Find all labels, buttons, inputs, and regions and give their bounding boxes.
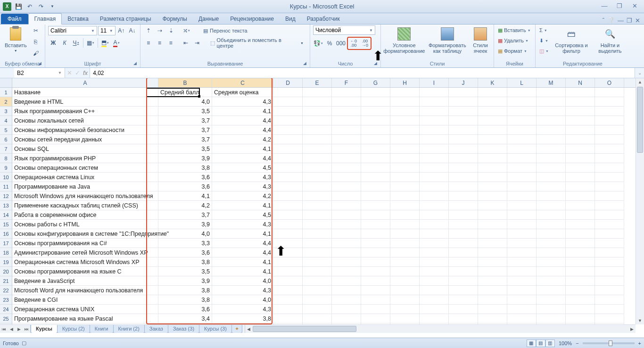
column-header-I[interactable]: I (420, 78, 449, 87)
cell[interactable] (273, 163, 303, 173)
minimize-ribbon-icon[interactable]: ˆ (603, 17, 604, 24)
cell[interactable] (537, 173, 566, 182)
zoom-out-icon[interactable]: − (576, 340, 578, 346)
cell[interactable] (595, 154, 624, 163)
cell[interactable] (303, 229, 332, 239)
cell[interactable]: 4,1 (158, 191, 212, 201)
cell[interactable] (420, 295, 449, 305)
cell[interactable] (507, 210, 537, 220)
cell[interactable] (390, 163, 420, 173)
cell[interactable] (566, 267, 595, 276)
cell[interactable]: Язык программирования PHP (12, 154, 158, 163)
table-row[interactable]: Основы информационной безопасности3,74,4 (12, 125, 636, 135)
cell[interactable] (390, 210, 420, 220)
row-header-9[interactable]: 9 (0, 163, 12, 173)
cell[interactable] (537, 135, 566, 144)
cell[interactable] (361, 163, 390, 173)
cell[interactable] (566, 116, 595, 125)
row-header-13[interactable]: 13 (0, 201, 12, 210)
new-sheet-icon[interactable]: ✦ (231, 325, 242, 333)
cell[interactable]: 3,6 (158, 182, 212, 191)
column-header-H[interactable]: H (390, 78, 420, 87)
cell[interactable] (478, 97, 507, 107)
save-icon[interactable]: 💾 (13, 1, 24, 12)
align-center-icon[interactable]: ≡ (155, 38, 165, 48)
cell[interactable] (361, 107, 390, 116)
cell[interactable] (449, 248, 478, 257)
row-header-19[interactable]: 19 (0, 257, 12, 267)
cell[interactable] (273, 257, 303, 267)
cell[interactable] (420, 267, 449, 276)
cell[interactable] (420, 173, 449, 182)
scroll-up-icon[interactable]: ▲ (636, 78, 644, 86)
cell[interactable] (420, 229, 449, 239)
cut-icon[interactable]: ✂ (31, 25, 41, 36)
sheet-tab[interactable]: Заказ (3) (168, 325, 199, 333)
cell[interactable] (420, 125, 449, 135)
cell[interactable] (332, 305, 361, 314)
cell[interactable] (390, 201, 420, 210)
cell[interactable] (332, 97, 361, 107)
cell[interactable] (303, 125, 332, 135)
sheet-tab[interactable]: Книги (2) (113, 325, 145, 333)
row-header-5[interactable]: 5 (0, 125, 12, 135)
table-row[interactable]: Язык программирования C++3,54,1 (12, 107, 636, 116)
column-header-E[interactable]: E (303, 78, 332, 87)
cell[interactable]: 4,0 (158, 229, 212, 239)
cell[interactable] (449, 144, 478, 154)
cell[interactable]: Средняя оценка (212, 88, 273, 97)
cell[interactable] (595, 191, 624, 201)
cancel-formula-icon[interactable]: ✕ (67, 69, 72, 76)
qat-customize-icon[interactable]: ▼ (47, 1, 58, 12)
cell[interactable]: 4,0 (212, 295, 273, 305)
cell[interactable] (595, 144, 624, 154)
cell[interactable]: 3,9 (158, 276, 212, 286)
cell[interactable] (478, 135, 507, 144)
grow-font-icon[interactable]: A↑ (116, 25, 126, 36)
table-row[interactable]: Программирование на Java3,64,3 (12, 182, 636, 191)
cell[interactable]: 4,4 (212, 154, 273, 163)
cell[interactable] (566, 295, 595, 305)
vertical-scrollbar[interactable]: ▲ ▼ (636, 78, 644, 324)
select-all-corner[interactable] (0, 78, 12, 88)
cell[interactable] (566, 220, 595, 229)
cell[interactable]: Основы SQL (12, 144, 158, 154)
close-button[interactable]: ✕ (629, 2, 640, 11)
cell[interactable] (449, 125, 478, 135)
cell[interactable] (537, 305, 566, 314)
redo-icon[interactable]: ↷ (36, 1, 46, 12)
cell[interactable]: 4,3 (212, 182, 273, 191)
cell[interactable] (507, 248, 537, 257)
cell[interactable] (303, 163, 332, 173)
cell[interactable]: 4,2 (212, 135, 273, 144)
cell[interactable] (273, 276, 303, 286)
underline-button[interactable]: Ч (71, 38, 81, 48)
cell[interactable] (537, 210, 566, 220)
cell[interactable] (507, 154, 537, 163)
font-size-combo[interactable]: 11▼ (98, 26, 116, 35)
cell[interactable] (537, 220, 566, 229)
font-color-icon[interactable]: A (111, 38, 122, 48)
cell[interactable]: 4,5 (212, 210, 273, 220)
zoom-level[interactable]: 100% (559, 340, 572, 346)
decrease-indent-icon[interactable]: ⇤ (181, 38, 191, 48)
cell[interactable] (420, 257, 449, 267)
cell[interactable] (507, 267, 537, 276)
cell[interactable] (449, 182, 478, 191)
table-row[interactable]: Введение в HTML4,04,3 (12, 97, 636, 107)
cell[interactable] (420, 314, 449, 323)
cell[interactable] (478, 229, 507, 239)
column-header-M[interactable]: M (537, 78, 566, 87)
sheet-tab[interactable]: Курсы (31, 325, 58, 333)
cell[interactable]: Название (12, 88, 158, 97)
row-header-15[interactable]: 15 (0, 220, 12, 229)
cell[interactable]: 3,6 (158, 173, 212, 182)
cell[interactable] (478, 305, 507, 314)
row-header-22[interactable]: 22 (0, 286, 12, 295)
name-box[interactable]: B2▼ (14, 68, 65, 78)
cell[interactable] (507, 173, 537, 182)
cell[interactable]: 3,4 (158, 314, 212, 323)
cell[interactable] (507, 97, 537, 107)
cell[interactable] (537, 191, 566, 201)
cell[interactable] (273, 116, 303, 125)
